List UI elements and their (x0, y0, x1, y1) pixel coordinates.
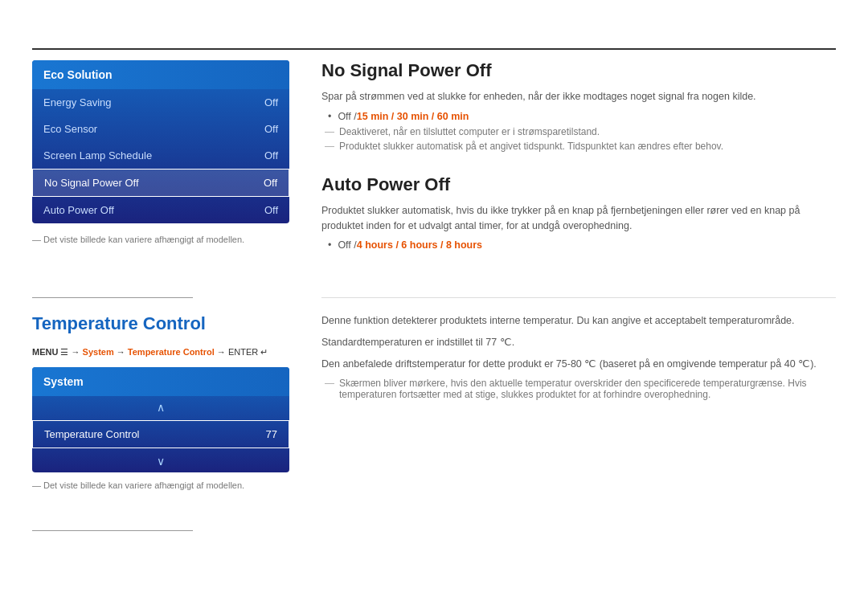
temp-desc-2: Standardtemperaturen er indstillet til 7… (321, 335, 836, 350)
no-signal-desc: Spar på strømmen ved at slukke for enhed… (321, 89, 836, 104)
menu-command-arrow2: → (114, 347, 128, 357)
auto-power-bullet: Off / 4 hours / 6 hours / 8 hours (321, 239, 836, 251)
top-divider (32, 48, 836, 50)
eco-sensor-label: Eco Sensor (43, 123, 97, 135)
right-content: No Signal Power Off Spar på strømmen ved… (321, 60, 836, 255)
auto-power-section: Auto Power Off Produktet slukker automat… (321, 174, 836, 251)
system-menu: System ∧ Temperature Control 77 ∨ (32, 367, 289, 472)
menu-item-eco-sensor[interactable]: Eco Sensor Off (32, 116, 289, 142)
menu-command-prefix: MENU ☰ → (32, 347, 83, 357)
menu-command-system: System (83, 347, 114, 357)
no-signal-title: No Signal Power Off (321, 60, 836, 81)
temp-note: — Det viste billede kan variere afhængig… (32, 480, 289, 490)
no-signal-value: Off (264, 177, 277, 189)
temp-section-title: Temperature Control (32, 313, 289, 334)
section-divider-right (321, 297, 836, 298)
no-signal-label: No Signal Power Off (44, 177, 139, 189)
menu-item-screen-lamp[interactable]: Screen Lamp Schedule Off (32, 142, 289, 169)
menu-command-enter: → ENTER ↵ (215, 347, 268, 357)
no-signal-bullet-plain: Off / (338, 111, 356, 122)
menu-command-highlight: Temperature Control (128, 347, 215, 357)
energy-saving-label: Energy Saving (43, 96, 112, 108)
no-signal-bullet: Off / 15 min / 30 min / 60 min (321, 111, 836, 122)
eco-note: — Det viste billede kan variere afhængig… (32, 235, 289, 244)
menu-item-energy-saving[interactable]: Energy Saving Off (32, 89, 289, 116)
menu-command: MENU ☰ → System → Temperature Control → … (32, 347, 289, 358)
temperature-control-right: Denne funktion detekterer produktets int… (321, 313, 836, 403)
temp-desc-3: Den anbefalede driftstemperatur for dett… (321, 357, 836, 372)
section-divider (32, 297, 193, 298)
auto-power-bullet-plain: Off / (338, 239, 356, 251)
menu-item-no-signal[interactable]: No Signal Power Off Off (32, 169, 289, 197)
arrow-up-icon[interactable]: ∧ (32, 396, 289, 419)
temp-control-item[interactable]: Temperature Control 77 (32, 420, 289, 448)
auto-power-desc: Produktet slukker automatisk, hvis du ik… (321, 203, 836, 234)
eco-sensor-value: Off (264, 123, 278, 135)
screen-lamp-value: Off (264, 149, 278, 161)
bottom-divider (32, 530, 193, 531)
no-signal-dash-2: Produktet slukker automatisk på et angiv… (321, 141, 836, 152)
eco-solution-header: Eco Solution (32, 60, 289, 89)
system-menu-header: System (32, 367, 289, 396)
temp-control-label: Temperature Control (44, 428, 140, 440)
arrow-down-icon[interactable]: ∨ (32, 450, 289, 472)
eco-solution-menu: Eco Solution Energy Saving Off Eco Senso… (32, 60, 289, 223)
menu-item-auto-power-off[interactable]: Auto Power Off Off (32, 197, 289, 223)
temperature-control-left: Temperature Control MENU ☰ → System → Te… (32, 313, 289, 490)
no-signal-bullet-orange: 15 min / 30 min / 60 min (357, 111, 469, 122)
temp-control-value: 77 (266, 428, 277, 440)
temp-dash: Skærmen bliver mørkere, hvis den aktuell… (321, 378, 836, 400)
auto-power-bullet-orange: 4 hours / 6 hours / 8 hours (357, 239, 482, 251)
energy-saving-value: Off (264, 96, 278, 108)
no-signal-section: No Signal Power Off Spar på strømmen ved… (321, 60, 836, 152)
auto-power-title: Auto Power Off (321, 174, 836, 195)
screen-lamp-label: Screen Lamp Schedule (43, 149, 152, 161)
no-signal-dash-1: Deaktiveret, når en tilsluttet computer … (321, 126, 836, 137)
eco-solution-section: Eco Solution Energy Saving Off Eco Senso… (32, 60, 289, 244)
auto-power-value: Off (264, 204, 278, 216)
temp-desc-1: Denne funktion detekterer produktets int… (321, 313, 836, 329)
auto-power-label: Auto Power Off (43, 204, 114, 216)
